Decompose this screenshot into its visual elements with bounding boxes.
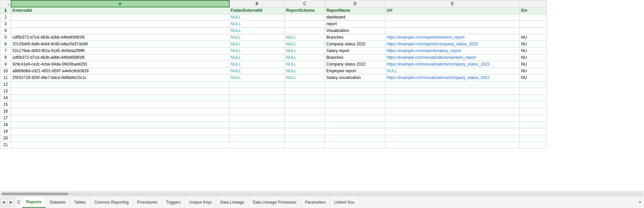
table-row[interactable]: 9829c41e9-ce2c-4cbe-94da-0f403bad4291NUL… <box>0 61 547 68</box>
table-cell[interactable]: NULL <box>385 68 520 74</box>
table-cell[interactable]: NU <box>520 74 547 81</box>
table-cell[interactable] <box>385 27 520 34</box>
table-row[interactable]: 20 <box>0 135 547 141</box>
table-cell[interactable] <box>385 14 520 20</box>
table-cell[interactable] <box>11 121 229 128</box>
table-cell[interactable]: NU <box>520 41 547 47</box>
table-cell[interactable] <box>11 14 229 20</box>
table-cell[interactable]: Visualization <box>325 27 385 34</box>
table-cell[interactable] <box>229 115 285 121</box>
table-cell[interactable]: NULL <box>285 54 325 61</box>
table-row[interactable]: 2NULLdashboard <box>0 14 547 20</box>
table-cell[interactable] <box>325 81 385 88</box>
table-row[interactable]: 16 <box>0 108 547 115</box>
table-cell[interactable]: https://example.com/reports/workers_repo… <box>385 34 520 41</box>
table-cell[interactable]: Company status 2022 <box>325 41 385 47</box>
table-cell[interactable] <box>285 27 325 34</box>
table-row[interactable]: 4NULLVisualization <box>0 27 547 34</box>
table-cell[interactable] <box>11 135 229 141</box>
table-cell[interactable]: NULL <box>229 14 285 20</box>
table-cell[interactable]: NULL <box>285 34 325 41</box>
table-cell[interactable] <box>385 101 520 108</box>
table-cell[interactable]: Url <box>385 7 520 14</box>
table-cell[interactable]: report <box>325 20 385 27</box>
tab-next-button[interactable]: ▶ <box>8 198 14 207</box>
table-row[interactable]: 5cdf5b372-d7cd-483b-a0bb-d4fd4699f1f6NUL… <box>0 34 547 41</box>
table-cell[interactable]: cdf5b372-d7cd-483b-a0bb-d4fd4699f1f6 <box>11 54 229 61</box>
col-header-f[interactable] <box>520 0 547 7</box>
table-cell[interactable] <box>325 135 385 141</box>
table-cell[interactable] <box>285 94 325 101</box>
table-cell[interactable]: https://example.com/reports/salary_repor… <box>385 47 520 54</box>
table-cell[interactable] <box>520 108 547 115</box>
table-cell[interactable] <box>325 121 385 128</box>
table-row[interactable]: 1125552726-826f-48e7-bdca-0d8bbfe23c1cNU… <box>0 74 547 81</box>
table-cell[interactable] <box>325 141 385 148</box>
table-cell[interactable] <box>229 88 285 94</box>
table-cell[interactable]: NULL <box>229 74 285 81</box>
table-row[interactable]: 10a8d06d6d-c021-4501-b597-a4e6c9cb3626NU… <box>0 68 547 74</box>
table-cell[interactable] <box>385 81 520 88</box>
table-cell[interactable] <box>11 27 229 34</box>
table-cell[interactable] <box>520 14 547 20</box>
table-cell[interactable] <box>520 20 547 27</box>
table-cell[interactable]: ExternalId <box>11 7 229 14</box>
table-cell[interactable] <box>11 141 229 148</box>
tab-item-data-lineage-processes[interactable]: Data Lineage Processes <box>249 197 301 208</box>
table-row[interactable]: 3NULLreport <box>0 20 547 27</box>
table-cell[interactable] <box>229 141 285 148</box>
table-row[interactable]: 13 <box>0 88 547 94</box>
table-cell[interactable]: ReportName <box>325 7 385 14</box>
table-cell[interactable] <box>385 88 520 94</box>
table-cell[interactable] <box>520 141 547 148</box>
table-row[interactable]: 8cdf5b372-d7cd-483b-a0bb-d4fd4699f1f6NUL… <box>0 54 547 61</box>
table-row[interactable]: 21 <box>0 141 547 148</box>
table-cell[interactable] <box>520 135 547 141</box>
table-cell[interactable] <box>325 115 385 121</box>
table-cell[interactable]: NULL <box>229 54 285 61</box>
table-cell[interactable] <box>520 128 547 135</box>
tab-item-parameters[interactable]: Parameters <box>301 197 330 208</box>
table-cell[interactable] <box>229 108 285 115</box>
table-cell[interactable]: ReportSchema <box>285 7 325 14</box>
table-cell[interactable] <box>520 94 547 101</box>
table-cell[interactable] <box>11 88 229 94</box>
table-cell[interactable] <box>520 121 547 128</box>
table-cell[interactable] <box>285 141 325 148</box>
tab-item-datasets[interactable]: Datasets <box>46 197 70 208</box>
col-header-b[interactable]: B <box>229 0 285 7</box>
table-cell[interactable] <box>229 128 285 135</box>
table-cell[interactable] <box>285 121 325 128</box>
table-row[interactable]: 1ExternalIdFolderExternalIdReportSchemaR… <box>0 7 547 14</box>
tab-item-triggers[interactable]: Triggers <box>162 197 185 208</box>
table-cell[interactable] <box>325 108 385 115</box>
table-cell[interactable]: NULL <box>285 47 325 54</box>
table-cell[interactable]: a8d06d6d-c021-4501-b597-a4e6c9cb3626 <box>11 68 229 74</box>
tab-item-procedures[interactable]: Procedures <box>133 197 162 208</box>
table-cell[interactable]: NU <box>520 68 547 74</box>
scrollbar-track[interactable] <box>1 193 643 195</box>
table-cell[interactable]: https://example.com/visualizations/compa… <box>385 61 520 68</box>
table-cell[interactable] <box>385 115 520 121</box>
table-cell[interactable] <box>385 121 520 128</box>
table-cell[interactable]: 829c41e9-ce2c-4cbe-94da-0f403bad4291 <box>11 61 229 68</box>
table-cell[interactable]: NULL <box>229 41 285 47</box>
table-cell[interactable] <box>11 128 229 135</box>
table-cell[interactable]: NU <box>520 47 547 54</box>
col-header-c[interactable]: C <box>285 0 325 7</box>
table-cell[interactable] <box>285 20 325 27</box>
table-cell[interactable] <box>520 81 547 88</box>
table-cell[interactable]: Employee report <box>325 68 385 74</box>
table-cell[interactable]: cdf5b372-d7cd-483b-a0bb-d4fd4699f1f6 <box>11 34 229 41</box>
table-cell[interactable]: Salary report <box>325 47 385 54</box>
table-cell[interactable] <box>325 94 385 101</box>
table-cell[interactable] <box>385 141 520 148</box>
table-cell[interactable] <box>285 135 325 141</box>
table-cell[interactable] <box>385 135 520 141</box>
table-cell[interactable] <box>520 101 547 108</box>
table-cell[interactable]: NU <box>520 61 547 68</box>
table-cell[interactable] <box>285 108 325 115</box>
table-cell[interactable]: Salary visualization <box>325 74 385 81</box>
table-cell[interactable] <box>229 101 285 108</box>
table-cell[interactable]: NULL <box>285 41 325 47</box>
